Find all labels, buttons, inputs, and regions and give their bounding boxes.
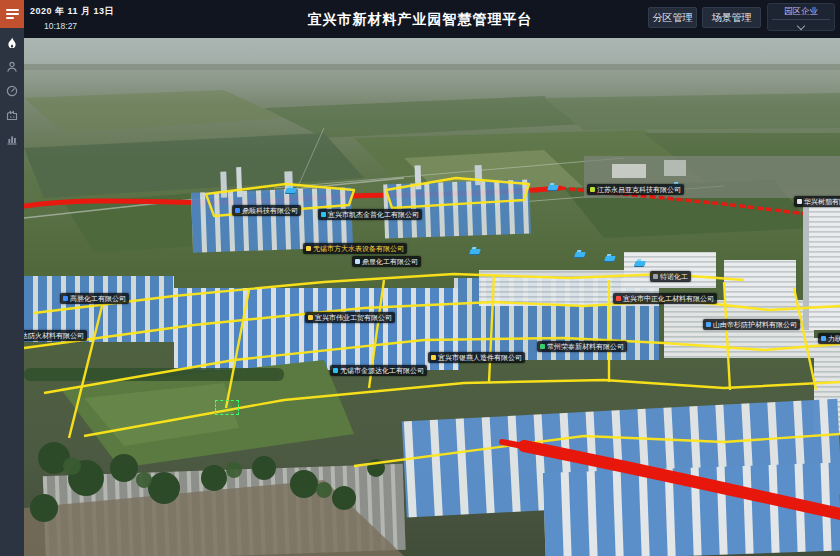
park-enterprise-dropdown[interactable]: 园区企业	[767, 3, 835, 31]
company-label[interactable]: 无锡市方大水表设备有限公司	[303, 243, 407, 254]
company-label-text: 兴达防火材料有限公司	[24, 332, 84, 339]
company-label[interactable]: 常州荣泰新材料有限公司	[537, 341, 627, 352]
app-window: 2020 年 11 月 13日 10:18:27 宜兴市新材料产业园智慧管理平台…	[0, 0, 840, 556]
map-labels-layer: 鼎顺科技有限公司宜兴市凯杰金普化工有限公司无锡市方大水表设备有限公司鼎显化工有限…	[24, 38, 840, 556]
company-label-text: 无锡市方大水表设备有限公司	[313, 245, 404, 252]
bar-chart-icon	[6, 133, 18, 145]
company-label[interactable]: 山由帝杉防护材料有限公司	[703, 319, 800, 330]
company-label-text: 江苏永昌亚克科技有限公司	[597, 186, 681, 193]
marker-red-icon	[616, 296, 621, 301]
company-label-text: 常州荣泰新材料有限公司	[547, 343, 624, 350]
zone-manage-button[interactable]: 分区管理	[648, 7, 697, 28]
hamburger-icon	[6, 7, 19, 21]
company-label[interactable]: 宜兴市银燕人造件有限公司	[428, 352, 525, 363]
sidebar-item-gauge[interactable]	[5, 84, 19, 98]
park-enterprise-dropdown-label: 园区企业	[768, 6, 834, 18]
company-label-text: 华兴树脂有限公司	[804, 198, 840, 205]
marker-yellow-icon	[308, 315, 313, 320]
left-sidebar	[0, 0, 24, 556]
company-label-text: 宜兴市中正化工材料有限公司	[623, 295, 714, 302]
company-label[interactable]: 兴达防火材料有限公司	[24, 330, 87, 341]
company-label-text: 力联新材料有限公司	[828, 335, 840, 342]
company-label[interactable]: 鼎顺科技有限公司	[232, 205, 301, 216]
gauge-icon	[6, 85, 18, 97]
dropdown-divider	[772, 19, 830, 20]
marker-lime-icon	[590, 187, 595, 192]
marker-white-icon	[797, 199, 802, 204]
company-label[interactable]: 华兴树脂有限公司	[794, 196, 840, 207]
top-header-bar: 2020 年 11 月 13日 10:18:27 宜兴市新材料产业园智慧管理平台…	[0, 0, 840, 38]
company-label-text: 无锡市金源达化工有限公司	[340, 367, 424, 374]
sidebar-menu-button[interactable]	[0, 0, 24, 28]
company-label[interactable]: 鼎显化工有限公司	[352, 256, 421, 267]
company-label[interactable]: 力联新材料有限公司	[818, 333, 840, 344]
flame-icon	[6, 37, 18, 50]
company-label-text: 特诺化工	[660, 273, 688, 280]
scene-manage-button[interactable]: 场景管理	[702, 7, 761, 28]
sidebar-item-fire[interactable]	[5, 36, 19, 50]
company-label-text: 高塍化工有限公司	[70, 295, 126, 302]
company-label[interactable]: 特诺化工	[650, 271, 691, 282]
company-label-text: 宜兴市伟业工贸有限公司	[315, 314, 392, 321]
company-label[interactable]: 江苏永昌亚克科技有限公司	[587, 184, 684, 195]
company-label[interactable]: 无锡市金源达化工有限公司	[330, 365, 427, 376]
chevron-down-icon	[797, 22, 805, 30]
marker-green-icon	[540, 344, 545, 349]
company-label[interactable]: 宜兴市伟业工贸有限公司	[305, 312, 395, 323]
marker-blue-icon	[706, 322, 711, 327]
person-icon	[6, 61, 18, 73]
marker-cyan-icon	[321, 212, 326, 217]
company-label[interactable]: 高塍化工有限公司	[60, 293, 129, 304]
marker-cyan-icon	[333, 368, 338, 373]
company-label-text: 宜兴市银燕人造件有限公司	[438, 354, 522, 361]
company-label[interactable]: 宜兴市中正化工材料有限公司	[613, 293, 717, 304]
company-label-text: 鼎显化工有限公司	[362, 258, 418, 265]
map-selection-box[interactable]	[215, 400, 239, 415]
sidebar-item-personnel[interactable]	[5, 60, 19, 74]
marker-blue-icon	[63, 296, 68, 301]
sidebar-item-enterprise[interactable]	[5, 108, 19, 122]
marker-person-icon	[355, 259, 360, 264]
marker-blue-icon	[821, 336, 826, 341]
company-label-text: 宜兴市凯杰金普化工有限公司	[328, 211, 419, 218]
marker-yellow-icon	[306, 246, 311, 251]
marker-yellow-icon	[431, 355, 436, 360]
factory-icon	[6, 109, 18, 121]
company-label-text: 山由帝杉防护材料有限公司	[713, 321, 797, 328]
map-3d-viewport[interactable]: 鼎顺科技有限公司宜兴市凯杰金普化工有限公司无锡市方大水表设备有限公司鼎显化工有限…	[24, 38, 840, 556]
company-label-text: 鼎顺科技有限公司	[242, 207, 298, 214]
company-label[interactable]: 宜兴市凯杰金普化工有限公司	[318, 209, 422, 220]
marker-blue-icon	[235, 208, 240, 213]
sidebar-item-statistics[interactable]	[5, 132, 19, 146]
marker-gray-icon	[653, 274, 658, 279]
